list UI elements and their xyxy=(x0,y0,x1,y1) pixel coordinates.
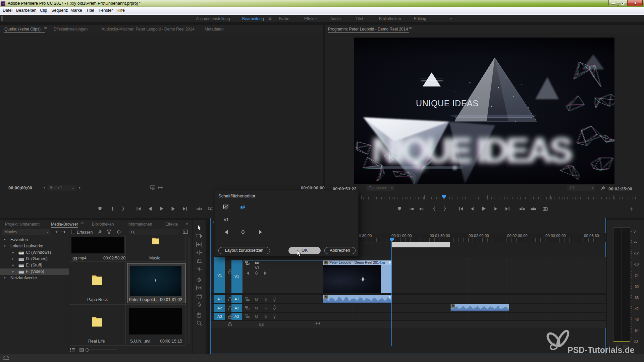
svg-text:UNIQUE IDEAS: UNIQUE IDEAS xyxy=(416,99,479,108)
